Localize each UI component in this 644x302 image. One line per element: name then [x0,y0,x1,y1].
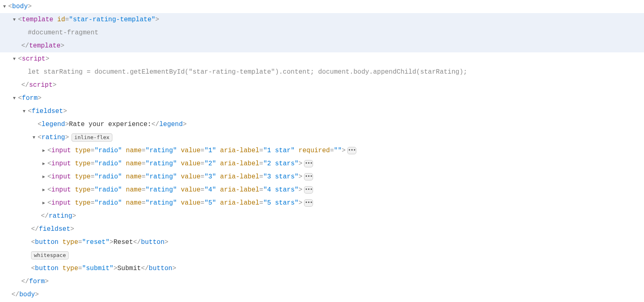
node-script-open[interactable]: ▼<script> [0,52,644,65]
disclosure-triangle-icon[interactable]: ▼ [2,0,7,13]
node-script-close[interactable]: </script> [0,79,644,92]
ellipsis-icon[interactable]: ••• [304,160,313,167]
disclosure-triangle-icon[interactable]: ▶ [41,196,47,210]
node-button-submit[interactable]: <button type="submit">Submit</button> [0,262,644,275]
node-fieldset-open[interactable]: ▼<fieldset> [0,105,644,118]
node-fieldset-close[interactable]: </fieldset> [0,223,644,236]
node-input[interactable]: ▶<input type="radio" name="rating" value… [0,144,644,157]
node-template-close[interactable]: </template> [0,39,644,52]
node-input[interactable]: ▶<input type="radio" name="rating" value… [0,196,644,210]
node-whitespace[interactable]: whitespace [0,249,644,262]
dom-tree: ▼<body> ▼<template id="star-rating-templ… [0,0,644,301]
node-legend[interactable]: <legend>Rate your experience:</legend> [0,118,644,131]
disclosure-triangle-icon[interactable]: ▶ [41,144,47,157]
node-input[interactable]: ▶<input type="radio" name="rating" value… [0,170,644,183]
disclosure-triangle-icon[interactable]: ▶ [41,183,47,196]
node-input[interactable]: ▶<input type="radio" name="rating" value… [0,183,644,196]
disclosure-triangle-icon[interactable]: ▼ [11,92,17,105]
disclosure-triangle-icon[interactable]: ▶ [41,170,47,183]
display-badge: inline-flex [72,133,112,142]
ellipsis-icon[interactable]: ••• [347,147,356,154]
ellipsis-icon[interactable]: ••• [304,199,313,207]
node-button-reset[interactable]: <button type="reset">Reset</button> [0,236,644,249]
node-form-close[interactable]: </form> [0,275,644,288]
ellipsis-icon[interactable]: ••• [304,173,313,180]
disclosure-triangle-icon[interactable]: ▼ [31,131,37,144]
node-script-body[interactable]: let starRating = document.getElementById… [0,65,644,79]
disclosure-triangle-icon[interactable]: ▼ [11,13,17,26]
node-template-open[interactable]: ▼<template id="star-rating-template"> [0,13,644,26]
node-body-open[interactable]: ▼<body> [0,0,644,13]
node-input[interactable]: ▶<input type="radio" name="rating" value… [0,157,644,170]
disclosure-triangle-icon[interactable]: ▼ [11,52,17,65]
node-document-fragment[interactable]: #document-fragment [0,26,644,39]
whitespace-badge: whitespace [31,251,69,259]
disclosure-triangle-icon[interactable]: ▶ [41,157,47,170]
disclosure-triangle-icon[interactable]: ▼ [21,105,27,118]
ellipsis-icon[interactable]: ••• [304,186,313,194]
node-rating-close[interactable]: </rating> [0,210,644,223]
node-rating-open[interactable]: ▼<rating>inline-flex [0,131,644,144]
node-body-close[interactable]: </body> [0,288,644,301]
node-form-open[interactable]: ▼<form> [0,92,644,105]
